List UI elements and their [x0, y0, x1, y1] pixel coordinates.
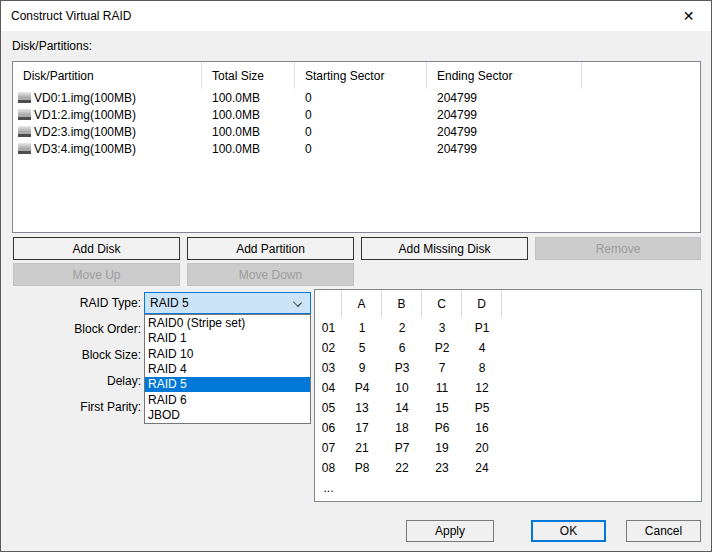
parity-row-label: ... [315, 478, 342, 498]
parity-cell [462, 478, 502, 498]
parity-cell: 13 [342, 398, 382, 418]
disk-name: VD3:4.img(100MB) [34, 142, 136, 156]
parity-row-label: 02 [315, 338, 342, 358]
delay-label: Delay: [11, 374, 141, 390]
parity-cell: 23 [422, 458, 462, 478]
parity-cell: 19 [422, 438, 462, 458]
parity-row-label: 01 [315, 318, 342, 338]
parity-cell: 1 [342, 318, 382, 338]
dropdown-option-raid10[interactable]: RAID 10 [145, 346, 310, 361]
title-bar: Construct Virtual RAID ✕ [1, 1, 711, 31]
ok-button[interactable]: OK [531, 520, 606, 542]
starting-sector-cell: 0 [295, 142, 427, 156]
parity-cell: 4 [462, 338, 502, 358]
parity-cell: 15 [422, 398, 462, 418]
parity-row-label: 05 [315, 398, 342, 418]
first-parity-label: First Parity: [11, 400, 141, 416]
parity-cell [382, 478, 422, 498]
ending-sector-cell: 204799 [427, 91, 582, 105]
column-header-disk-partition[interactable]: Disk/Partition [13, 62, 202, 89]
disk-partitions-label: Disk/Partitions: [12, 39, 92, 53]
parity-header-blank [315, 290, 342, 318]
raid-type-label: RAID Type: [11, 296, 141, 312]
cancel-button[interactable]: Cancel [626, 520, 701, 542]
dropdown-option-raid1[interactable]: RAID 1 [145, 330, 310, 345]
parity-cell [342, 478, 382, 498]
disk-icon [18, 143, 31, 154]
column-header-total-size[interactable]: Total Size [202, 62, 295, 89]
parity-row: 01 1 2 3 P1 [315, 318, 701, 338]
disk-partition-list: Disk/Partition Total Size Starting Secto… [12, 61, 701, 233]
parity-cell: 18 [382, 418, 422, 438]
parity-cell: P7 [382, 438, 422, 458]
parity-cell: 6 [382, 338, 422, 358]
window-title: Construct Virtual RAID [11, 9, 132, 23]
parity-row: 04 P4 10 11 12 [315, 378, 701, 398]
list-row[interactable]: VD0:1.img(100MB) 100.0MB 0 204799 [13, 89, 700, 106]
block-size-label: Block Size: [11, 348, 141, 364]
parity-header-d: D [462, 290, 502, 318]
chevron-down-icon [293, 298, 302, 307]
column-header-ending-sector[interactable]: Ending Sector [427, 62, 582, 89]
parity-row: 07 21 P7 19 20 [315, 438, 701, 458]
disk-icon [18, 126, 31, 137]
raid-type-value: RAID 5 [150, 296, 189, 310]
parity-row: 02 5 6 P2 4 [315, 338, 701, 358]
parity-row: 08 P8 22 23 24 [315, 458, 701, 478]
list-row[interactable]: VD1:2.img(100MB) 100.0MB 0 204799 [13, 106, 700, 123]
disk-name: VD1:2.img(100MB) [34, 108, 136, 122]
raid-type-combobox[interactable]: RAID 5 [144, 292, 311, 314]
parity-cell: 12 [462, 378, 502, 398]
parity-cell [422, 478, 462, 498]
parity-cell: 24 [462, 458, 502, 478]
parity-cell: 8 [462, 358, 502, 378]
total-size-cell: 100.0MB [202, 142, 295, 156]
parity-row-label: 07 [315, 438, 342, 458]
parity-row-label: 03 [315, 358, 342, 378]
parity-cell: P6 [422, 418, 462, 438]
disk-icon [18, 109, 31, 120]
list-row[interactable]: VD2:3.img(100MB) 100.0MB 0 204799 [13, 123, 700, 140]
list-header: Disk/Partition Total Size Starting Secto… [13, 62, 700, 89]
parity-cell: 17 [342, 418, 382, 438]
add-missing-disk-button[interactable]: Add Missing Disk [361, 237, 528, 260]
parity-row-label: 04 [315, 378, 342, 398]
parity-cell: 11 [422, 378, 462, 398]
parity-table-header: A B C D [315, 290, 701, 318]
parity-row-label: 08 [315, 458, 342, 478]
move-down-button: Move Down [187, 263, 354, 286]
close-button[interactable]: ✕ [666, 1, 711, 30]
ending-sector-cell: 204799 [427, 142, 582, 156]
disk-name-cell: VD2:3.img(100MB) [13, 125, 202, 139]
total-size-cell: 100.0MB [202, 91, 295, 105]
move-up-button: Move Up [13, 263, 180, 286]
disk-name-cell: VD1:2.img(100MB) [13, 108, 202, 122]
parity-layout-table: A B C D 01 1 2 3 P1 02 5 6 P2 4 03 9 P3 … [314, 289, 702, 502]
parity-row: 05 13 14 15 P5 [315, 398, 701, 418]
disk-icon [18, 92, 31, 103]
parity-cell: 10 [382, 378, 422, 398]
dropdown-option-raid0[interactable]: RAID0 (Stripe set) [145, 315, 310, 330]
dropdown-option-raid6[interactable]: RAID 6 [145, 392, 310, 407]
parity-cell: 3 [422, 318, 462, 338]
parity-row-ellipsis: ... [315, 478, 701, 498]
starting-sector-cell: 0 [295, 91, 427, 105]
parity-cell: 20 [462, 438, 502, 458]
list-row[interactable]: VD3:4.img(100MB) 100.0MB 0 204799 [13, 140, 700, 157]
starting-sector-cell: 0 [295, 108, 427, 122]
apply-button[interactable]: Apply [406, 520, 494, 542]
add-partition-button[interactable]: Add Partition [187, 237, 354, 260]
parity-cell: P2 [422, 338, 462, 358]
dropdown-option-jbod[interactable]: JBOD [145, 408, 310, 423]
parity-header-filler [502, 290, 701, 318]
parity-cell: 9 [342, 358, 382, 378]
parity-cell: P8 [342, 458, 382, 478]
dropdown-option-raid5-selected[interactable]: RAID 5 [145, 377, 310, 392]
total-size-cell: 100.0MB [202, 108, 295, 122]
add-disk-button[interactable]: Add Disk [13, 237, 180, 260]
dropdown-option-raid4[interactable]: RAID 4 [145, 361, 310, 376]
parity-cell: 21 [342, 438, 382, 458]
parity-cell: P3 [382, 358, 422, 378]
starting-sector-cell: 0 [295, 125, 427, 139]
column-header-starting-sector[interactable]: Starting Sector [295, 62, 427, 89]
